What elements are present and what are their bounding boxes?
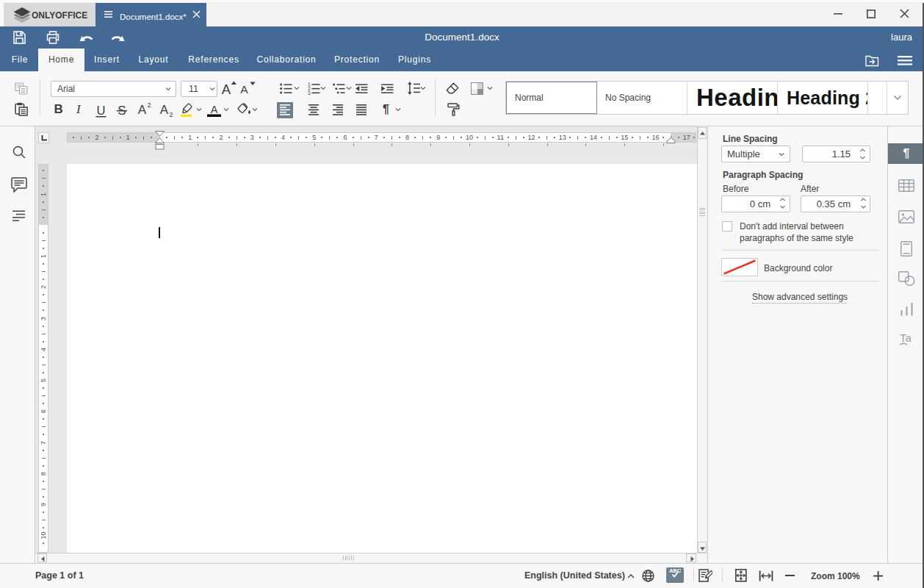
svg-text:A: A bbox=[211, 104, 218, 115]
svg-text:A: A bbox=[138, 103, 147, 115]
svg-text:ABC: ABC bbox=[669, 567, 682, 574]
svg-text:A: A bbox=[222, 82, 231, 96]
svg-text:3: 3 bbox=[308, 90, 311, 95]
svg-text:S: S bbox=[118, 104, 126, 118]
svg-text:2: 2 bbox=[147, 102, 151, 109]
svg-text:A: A bbox=[240, 83, 248, 94]
svg-text:U: U bbox=[97, 104, 106, 117]
svg-text:2: 2 bbox=[169, 111, 173, 118]
svg-text:Ta: Ta bbox=[900, 332, 912, 344]
svg-text:A: A bbox=[160, 103, 169, 117]
